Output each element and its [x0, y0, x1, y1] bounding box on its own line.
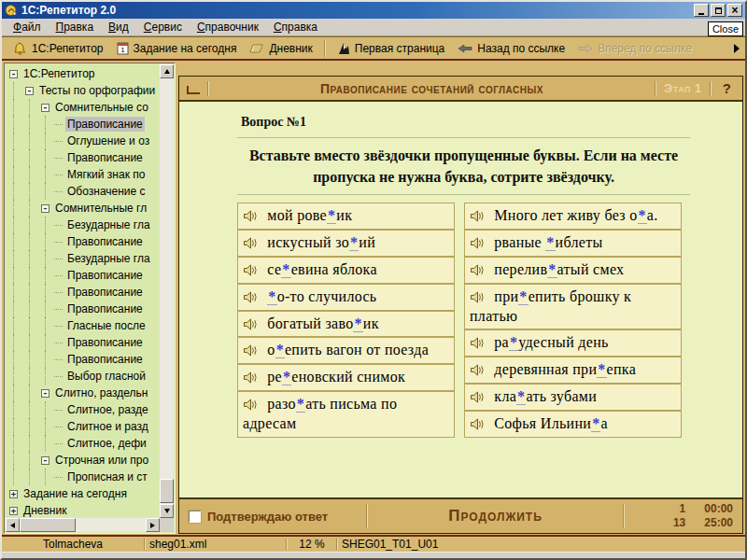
answer-item[interactable]: Софья Ильини*а: [464, 411, 682, 438]
tree-row[interactable]: -Тесты по орфографии: [7, 82, 160, 99]
missing-letter-star[interactable]: *: [327, 207, 336, 224]
menu-item-1[interactable]: Правка: [49, 19, 102, 35]
restore-button[interactable]: [711, 4, 726, 17]
answer-item[interactable]: кла*ать зубами: [464, 384, 682, 411]
missing-letter-star[interactable]: *: [275, 342, 285, 358]
tree-row[interactable]: +Задание на сегодня: [7, 485, 160, 502]
missing-letter-star[interactable]: *: [518, 288, 528, 305]
help-button[interactable]: ?: [719, 80, 735, 96]
expand-node-icon[interactable]: +: [9, 490, 18, 498]
tree-item-label[interactable]: Выбор гласной: [65, 369, 148, 384]
continue-button[interactable]: Продолжить: [439, 505, 552, 527]
toolbar-button-today-task[interactable]: 1 Задание на сегодня: [111, 40, 243, 57]
scroll-right-button[interactable]: [146, 518, 160, 532]
tree-item-label[interactable]: Тесты по орфографии: [37, 83, 157, 98]
missing-letter-star[interactable]: *: [547, 261, 557, 278]
answer-item[interactable]: *о-то случилось: [237, 284, 455, 311]
tree-item-label[interactable]: Правописание: [65, 117, 145, 132]
tree-item-label[interactable]: Слитно, раздельн: [53, 385, 149, 400]
tree-row[interactable]: Правописание: [7, 284, 160, 301]
tree-row[interactable]: Безударные гла: [7, 217, 160, 233]
tree-vertical-scrollbar[interactable]: [160, 64, 174, 518]
answer-item[interactable]: Много лет живу без о*а.: [464, 203, 682, 230]
tree-row[interactable]: Правописание: [7, 334, 160, 351]
answer-item[interactable]: ра*удесный день: [464, 329, 682, 357]
missing-letter-star[interactable]: *: [509, 334, 518, 351]
missing-letter-star[interactable]: *: [282, 369, 291, 385]
tree-item-label[interactable]: Прописная и ст: [65, 469, 149, 484]
tree-row[interactable]: Гласные после: [7, 317, 160, 334]
tree-item-label[interactable]: Гласные после: [65, 318, 148, 333]
tree-row[interactable]: Прописная и ст: [7, 469, 160, 485]
collapse-node-icon[interactable]: -: [25, 87, 34, 95]
tree-item-label[interactable]: Правописание: [65, 234, 145, 249]
tree-item-label[interactable]: Безударные гла: [65, 217, 152, 232]
answer-item[interactable]: богатый заво*ик: [237, 311, 455, 338]
tree-item-label[interactable]: Сомнительные со: [53, 100, 150, 115]
tree-row[interactable]: Мягкий знак по: [7, 166, 160, 183]
tree-row[interactable]: Выбор гласной: [7, 368, 160, 385]
tree-item-label[interactable]: Слитное и разд: [65, 419, 150, 434]
tree-item-label[interactable]: Дневник: [21, 503, 68, 518]
tree-row[interactable]: Правописание: [7, 233, 160, 250]
tree-row[interactable]: Обозначение с: [7, 183, 160, 200]
tree-row[interactable]: Слитное, дефи: [7, 435, 160, 452]
tree-item-label[interactable]: Строчная или про: [53, 453, 150, 468]
tree-item-label[interactable]: Правописание: [65, 352, 145, 367]
close-button[interactable]: ×: [727, 4, 742, 17]
tree-item-label[interactable]: Правописание: [65, 285, 145, 300]
answer-item[interactable]: разо*ать письма по адресам: [237, 391, 455, 438]
missing-letter-star[interactable]: *: [353, 315, 362, 332]
tree-row[interactable]: Безударные гла: [7, 250, 160, 267]
menu-item-2[interactable]: Вид: [101, 19, 136, 35]
tree-row[interactable]: Правописание: [7, 301, 160, 317]
tree-item-label[interactable]: Мягкий знак по: [65, 167, 147, 182]
tree-item-label[interactable]: Задание на сегодня: [21, 486, 129, 501]
collapse-node-icon[interactable]: -: [41, 389, 49, 398]
tree-item-label[interactable]: Слитное, дефи: [65, 436, 148, 451]
answer-item[interactable]: перелив*атый смех: [464, 257, 682, 284]
tree-item-label[interactable]: Слитное, разде: [65, 402, 150, 417]
missing-letter-star[interactable]: *: [267, 288, 276, 305]
confirm-answer-checkbox[interactable]: [189, 511, 201, 523]
scroll-track[interactable]: [76, 518, 146, 532]
tree-row[interactable]: -Сомнительные гл: [7, 200, 160, 217]
tree-row[interactable]: Слитное и разд: [7, 418, 160, 435]
scroll-up-button[interactable]: [160, 64, 174, 78]
overflow-arrow-icon[interactable]: [734, 44, 740, 53]
scroll-left-button[interactable]: [6, 518, 20, 532]
tree-item-label[interactable]: Безударные гла: [65, 251, 152, 266]
tree-item-label[interactable]: Правописание: [65, 335, 145, 350]
scroll-down-button[interactable]: [160, 504, 174, 518]
tree-horizontal-scrollbar[interactable]: [6, 518, 160, 532]
menu-item-0[interactable]: Файл: [6, 19, 49, 35]
menu-item-3[interactable]: Сервис: [136, 19, 190, 35]
menu-item-5[interactable]: Справка: [266, 19, 325, 35]
answer-item[interactable]: искусный зо*ий: [237, 230, 455, 257]
toolbar-button-diary[interactable]: Дневник: [244, 40, 317, 57]
answer-item[interactable]: рваные *иблеты: [464, 230, 682, 257]
tree-item-label[interactable]: Правописание: [65, 268, 145, 283]
tree-row[interactable]: -Слитно, раздельн: [7, 385, 160, 401]
tree-item-label[interactable]: Сомнительные гл: [53, 201, 148, 216]
answer-item[interactable]: при*епить брошку к платью: [464, 284, 682, 330]
tree-item-label[interactable]: 1С:Репетитор: [21, 66, 97, 81]
answer-item[interactable]: мой рове*ик: [237, 203, 455, 230]
answer-item[interactable]: се*евина яблока: [237, 257, 455, 284]
menu-item-4[interactable]: Справочник: [190, 19, 266, 35]
tree-item-label[interactable]: Обозначение с: [65, 184, 148, 199]
horizontal-scroll-thumb[interactable]: [20, 518, 76, 532]
minimize-button[interactable]: [694, 4, 709, 17]
tree-item-label[interactable]: Оглушение и оз: [65, 133, 151, 148]
collapse-node-icon[interactable]: -: [41, 204, 49, 213]
collapse-icon[interactable]: [187, 86, 200, 94]
expand-node-icon[interactable]: +: [9, 507, 18, 515]
missing-letter-star[interactable]: *: [516, 388, 526, 405]
tree-row[interactable]: Правописание: [7, 116, 160, 133]
tree-row[interactable]: Правописание: [7, 267, 160, 284]
missing-letter-star[interactable]: *: [545, 234, 555, 251]
tree-row[interactable]: +Дневник: [7, 502, 160, 518]
missing-letter-star[interactable]: *: [296, 396, 305, 413]
collapse-node-icon[interactable]: -: [41, 456, 49, 465]
tree-row[interactable]: Правописание: [7, 351, 160, 368]
